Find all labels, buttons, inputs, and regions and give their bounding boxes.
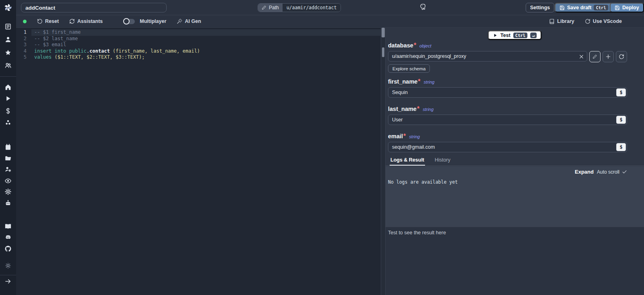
play-icon <box>493 33 497 38</box>
sidebar-item-jobs[interactable] <box>4 23 12 30</box>
kbd-ctrl: Ctrl <box>513 33 527 38</box>
field-label-last-name: last_name* string <box>388 105 627 113</box>
email-input[interactable] <box>388 142 627 152</box>
line-number: 1 <box>16 29 27 36</box>
sidebar-item-runs[interactable] <box>4 95 12 102</box>
code-line[interactable]: 3 -- $3 email <box>16 42 381 48</box>
path-badge[interactable]: Path u/aamir/addcontact <box>258 3 341 12</box>
divider <box>0 76 16 77</box>
sidebar-item-ai[interactable] <box>4 199 12 207</box>
sidebar-item-schedules[interactable] <box>4 143 12 151</box>
result-placeholder: Test to see the result here <box>388 230 446 236</box>
editor-toolbar: Reset Assistants Multiplayer AI Gen Libr… <box>16 15 644 28</box>
tab-logs-result[interactable]: Logs & Result <box>390 157 425 166</box>
line-number: 3 <box>16 42 27 48</box>
panel-splitter[interactable] <box>381 28 386 295</box>
result-tabs: Logs & Result History <box>386 157 644 166</box>
vscode-icon <box>585 18 590 24</box>
top-bar: Path u/aamir/addcontact Settings Save dr… <box>16 0 644 15</box>
result-panel: Test to see the result here <box>386 227 644 295</box>
kbd-ctrl: Ctrl <box>594 5 608 10</box>
wand-icon <box>177 18 182 24</box>
path-label: Path <box>269 5 279 10</box>
sidebar-item-theme-toggle[interactable] <box>5 262 11 269</box>
autoscroll-toggle[interactable]: Auto scroll <box>597 169 627 175</box>
kbd-enter: ↵ <box>530 33 537 38</box>
sidebar-item-docs[interactable] <box>4 223 12 230</box>
windmill-logo-icon[interactable] <box>3 3 13 12</box>
logs-empty-message: No logs are available yet <box>388 179 458 185</box>
sidebar-item-groups[interactable] <box>4 62 12 69</box>
postgresql-icon <box>419 3 427 11</box>
sidebar-item-user[interactable] <box>4 36 12 43</box>
sidebar-item-workers[interactable] <box>4 166 12 173</box>
undo-icon <box>37 18 43 24</box>
refresh-resource-button[interactable] <box>616 51 627 62</box>
field-label-first-name: first_name* string <box>388 78 627 85</box>
code-line[interactable]: 4 insert into public.contact (first_name… <box>16 48 381 55</box>
sidebar-item-expand-sidebar[interactable] <box>4 278 12 285</box>
assistants-button[interactable]: Assistants <box>69 18 103 24</box>
clear-icon[interactable] <box>579 54 584 59</box>
refresh-icon <box>69 18 75 24</box>
expand-button[interactable]: Expand <box>575 169 594 175</box>
multiplayer-toggle[interactable] <box>124 19 135 24</box>
sidebar-item-github[interactable] <box>4 245 12 252</box>
logs-panel: Expand Auto scroll No logs are available… <box>386 166 644 227</box>
book-icon <box>549 18 555 24</box>
deploy-button[interactable]: Deploy <box>610 3 644 12</box>
divider <box>0 275 16 275</box>
run-form-panel: Test Ctrl ↵ database* object Explore sch… <box>386 28 644 295</box>
save-icon <box>615 5 620 10</box>
test-button[interactable]: Test Ctrl ↵ <box>488 31 541 40</box>
sidebar-item-star[interactable] <box>4 49 12 56</box>
edit-resource-button[interactable] <box>589 51 601 62</box>
code-editor[interactable]: 1 -- $1 first_name 2 -- $2 last_name 3 -… <box>16 28 381 295</box>
explore-schema-button[interactable]: Explore schema <box>388 64 430 73</box>
line-number: 5 <box>16 54 27 61</box>
database-input[interactable] <box>388 51 587 61</box>
script-title-input[interactable] <box>21 3 167 12</box>
editor-scrollbar-thumb[interactable] <box>382 28 385 37</box>
check-icon <box>622 169 627 174</box>
sidebar-item-resources[interactable] <box>4 119 12 126</box>
variable-picker-button[interactable]: $ <box>616 88 626 96</box>
path-value: u/aamir/addcontact <box>283 4 341 12</box>
settings-button[interactable]: Settings <box>526 3 554 12</box>
library-button[interactable]: Library <box>549 18 574 24</box>
save-icon <box>559 5 565 10</box>
line-number: 4 <box>16 48 27 55</box>
add-resource-button[interactable] <box>603 51 614 62</box>
variable-picker-button[interactable]: $ <box>616 143 626 151</box>
field-label-database: database* object <box>388 42 627 49</box>
sidebar-item-discord[interactable] <box>4 234 12 241</box>
sidebar-item-home[interactable] <box>4 84 12 91</box>
pencil-icon <box>262 5 266 10</box>
field-label-email: email* string <box>388 133 627 140</box>
sidebar-item-folders[interactable] <box>4 155 12 162</box>
left-sidebar <box>0 0 16 295</box>
last-name-input[interactable] <box>388 115 627 125</box>
code-line[interactable]: 1 -- $1 first_name <box>16 29 381 36</box>
sidebar-item-settings[interactable] <box>4 188 12 195</box>
splitter-handle[interactable] <box>382 47 384 57</box>
code-line[interactable]: 2 -- $2 last_name <box>16 36 381 42</box>
reset-button[interactable]: Reset <box>37 18 59 24</box>
first-name-input[interactable] <box>388 87 627 98</box>
status-dot <box>23 20 27 23</box>
sidebar-item-audit-logs[interactable] <box>4 177 12 184</box>
line-number: 2 <box>16 36 27 42</box>
ai-gen-button[interactable]: AI Gen <box>177 18 201 24</box>
use-vscode-button[interactable]: Use VScode <box>585 18 622 24</box>
multiplayer-label: Multiplayer <box>140 18 166 24</box>
script-args-form: database* object Explore schema first_na… <box>388 42 627 156</box>
tab-history[interactable]: History <box>434 157 451 166</box>
code-line[interactable]: 5 values ($1::TEXT, $2::TEXT, $3::TEXT); <box>16 54 381 61</box>
sidebar-item-usage[interactable] <box>4 107 12 115</box>
variable-picker-button[interactable]: $ <box>616 116 626 124</box>
